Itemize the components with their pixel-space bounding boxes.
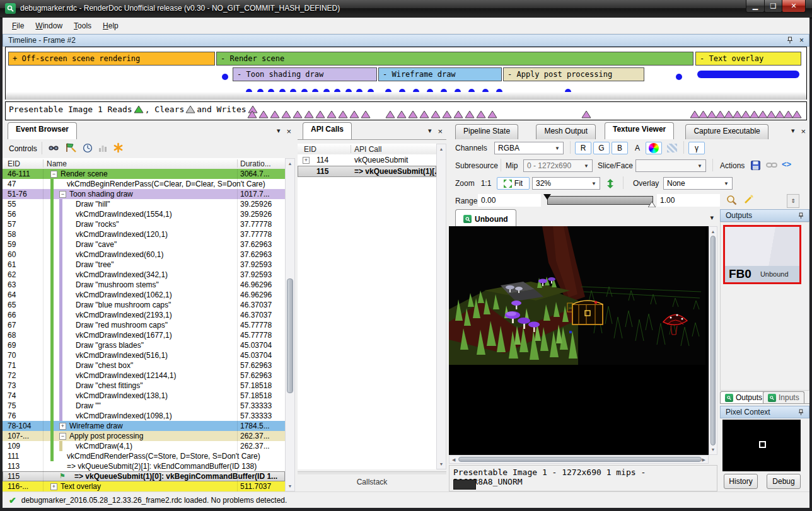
- custom-action-icon[interactable]: [113, 142, 124, 153]
- colorwheel-toggle[interactable]: [646, 142, 662, 154]
- event-row[interactable]: 74vkCmdDrawIndexed(138,1)57.18518: [3, 391, 285, 401]
- event-browser-list[interactable]: 46-111−Render scene3064.7...47vkCmdBegin…: [3, 169, 285, 491]
- event-row[interactable]: 58vkCmdDrawIndexed(120,1)37.77778: [3, 229, 285, 239]
- channels-select[interactable]: RGBA▼: [494, 142, 564, 154]
- event-row[interactable]: 72vkCmdDrawIndexed(12144,1)57.62963: [3, 370, 285, 381]
- outputs-dock-header[interactable]: Outputs: [720, 209, 809, 222]
- event-row[interactable]: 57Draw "rocks"37.77778: [3, 219, 285, 229]
- time-draws-icon[interactable]: [83, 143, 93, 153]
- event-browser-column-header[interactable]: EID Name Duratio...: [3, 158, 285, 169]
- menu-item-window[interactable]: Window: [30, 19, 68, 33]
- chevron-down-icon[interactable]: ▾: [791, 127, 795, 136]
- output-fb0-thumbnail[interactable]: FB0 Unbound: [723, 225, 801, 284]
- range-black-point-handle[interactable]: [543, 194, 551, 200]
- title-bar[interactable]: debugmarker.rdc - RenderDoc Unofficial r…: [0, 0, 812, 18]
- api-calls-column-header[interactable]: EID API Call: [298, 144, 436, 155]
- timeline-marker-bar[interactable]: - Text overlay: [695, 52, 801, 66]
- chevron-down-icon[interactable]: ▾: [428, 127, 432, 136]
- jump-bookmark-icon[interactable]: [66, 142, 77, 153]
- slice-face-select[interactable]: ▼: [635, 159, 706, 172]
- menu-item-help[interactable]: Help: [97, 19, 124, 33]
- pixel-context-header[interactable]: Pixel Context: [720, 406, 809, 418]
- pixel-context-view[interactable]: [722, 420, 801, 471]
- channel-b-toggle[interactable]: B: [612, 142, 628, 154]
- event-row[interactable]: 47vkCmdBeginRenderPass(C=Clear, D=Clear,…: [3, 179, 285, 189]
- chevron-down-icon[interactable]: ▾: [277, 127, 281, 136]
- gamma-toggle[interactable]: γ: [688, 142, 705, 154]
- collapse-expander-icon[interactable]: −: [50, 171, 57, 178]
- event-row[interactable]: 67Draw "red mushroom caps"45.77778: [3, 320, 285, 330]
- menu-item-file[interactable]: File: [6, 19, 30, 33]
- callstack-splitter[interactable]: [298, 471, 446, 474]
- api-call-row[interactable]: 115=> vkQueueSubmit(1)[...: [298, 166, 436, 177]
- close-icon[interactable]: ×: [286, 127, 291, 136]
- debug-button[interactable]: Debug: [767, 474, 801, 489]
- channel-r-toggle[interactable]: R: [575, 142, 591, 154]
- zoom-1to1-button[interactable]: 1:1: [478, 177, 494, 190]
- expand-expander-icon[interactable]: +: [59, 423, 66, 430]
- text-overlay-draws-bar[interactable]: [697, 71, 799, 78]
- event-row[interactable]: 66vkCmdDrawIndexed(2193,1)46.37037: [3, 310, 285, 320]
- tab-inputs[interactable]: Inputs: [763, 391, 804, 403]
- timeline-close-icon[interactable]: ×: [799, 36, 804, 45]
- event-row[interactable]: 46-111−Render scene3064.7...: [3, 169, 285, 179]
- write-triangle-cluster[interactable]: [581, 110, 603, 118]
- texture-viewport[interactable]: [449, 226, 709, 455]
- event-row[interactable]: 51-76−Toon shading draw1017.7...: [3, 189, 285, 199]
- event-row[interactable]: 61Draw "tree"37.92593: [3, 260, 285, 270]
- timeline-marker-bar[interactable]: + Off-screen scene rendering: [8, 52, 215, 66]
- event-row[interactable]: 107-...−Apply post processing262.37...: [3, 431, 285, 441]
- maximize-button[interactable]: ❑: [764, 0, 782, 13]
- expand-expander-icon[interactable]: +: [303, 157, 310, 164]
- texture-vertical-scrollbar[interactable]: ▲▼: [709, 226, 717, 455]
- event-row[interactable]: 63Draw "mushroom stems"46.96296: [3, 280, 285, 290]
- flip-y-button[interactable]: [604, 177, 617, 190]
- event-row[interactable]: 111vkCmdEndRenderPass(C=Store, D=Store, …: [3, 451, 285, 461]
- tab-unbound-texture[interactable]: Unbound: [455, 209, 516, 226]
- event-row[interactable]: 78-104+Wireframe draw1784.5...: [3, 421, 285, 431]
- event-row[interactable]: 109vkCmdDraw(4,1)262.37...: [3, 441, 285, 451]
- chevron-down-icon[interactable]: ▾: [710, 214, 714, 222]
- history-button[interactable]: History: [724, 474, 758, 489]
- api-call-row[interactable]: +114vkQueueSubmit: [298, 154, 436, 166]
- zoom-percent-select[interactable]: 32%▼: [532, 177, 600, 190]
- range-min-input[interactable]: 0.00: [478, 194, 541, 207]
- timeline-marker-bar[interactable]: - Apply post processing: [503, 67, 644, 81]
- find-event-icon[interactable]: [48, 143, 59, 153]
- close-icon[interactable]: ×: [801, 127, 806, 136]
- event-row[interactable]: 64vkCmdDrawIndexed(1062,1)46.96296: [3, 290, 285, 300]
- texture-horizontal-scrollbar[interactable]: ◀ ▶: [449, 455, 709, 464]
- checker-background-toggle[interactable]: [664, 142, 680, 154]
- toolbar-overflow-button[interactable]: ⇕: [787, 194, 799, 208]
- event-row[interactable]: 55Draw "hill"39.25926: [3, 199, 285, 209]
- event-row[interactable]: 56vkCmdDrawIndexed(1554,1)39.25926: [3, 209, 285, 219]
- timeline-marker-bar[interactable]: - Render scene: [216, 52, 693, 66]
- event-row[interactable]: 62vkCmdDrawIndexed(342,1)37.92593: [3, 270, 285, 280]
- tab-texture-viewer[interactable]: Texture Viewer: [605, 122, 674, 139]
- event-row[interactable]: 68vkCmdDrawIndexed(1677,1)45.77778: [3, 330, 285, 340]
- tab-outputs[interactable]: Outputs: [720, 391, 767, 403]
- draw-event-dot[interactable]: [222, 74, 228, 80]
- event-row[interactable]: 116-...+Text overlay511.7037: [3, 481, 285, 491]
- draw-event-dot[interactable]: [676, 74, 682, 80]
- event-row[interactable]: 113=> vkQueueSubmit(2)[1]: vkEndCommandB…: [3, 461, 285, 471]
- close-icon[interactable]: ×: [438, 127, 443, 136]
- event-row[interactable]: 75Draw ""57.33333: [3, 401, 285, 411]
- collapse-expander-icon[interactable]: −: [59, 433, 66, 440]
- event-row[interactable]: 69Draw "grass blades"45.03704: [3, 340, 285, 350]
- event-browser-scrollbar[interactable]: ▲ ▼: [285, 158, 295, 491]
- write-triangle-cluster[interactable]: [385, 110, 509, 118]
- overlay-select[interactable]: None▼: [663, 177, 733, 190]
- close-button[interactable]: ✕: [782, 0, 806, 13]
- pin-icon[interactable]: [798, 409, 804, 416]
- timeline-marker-bar[interactable]: - Wireframe draw: [378, 67, 502, 81]
- timeline-marker-bar[interactable]: - Toon shading draw: [233, 67, 377, 81]
- event-row[interactable]: 73Draw "chest fittings"57.18518: [3, 381, 285, 391]
- event-row[interactable]: 65Draw "blue mushroom caps"46.37037: [3, 300, 285, 310]
- range-white-point-handle[interactable]: [648, 202, 656, 207]
- minimize-button[interactable]: ▁: [746, 0, 765, 13]
- channel-a-toggle[interactable]: A: [630, 142, 644, 154]
- range-slider[interactable]: [547, 196, 653, 205]
- save-texture-icon[interactable]: [750, 160, 761, 171]
- api-calls-scrollbar[interactable]: ▲ ▼: [436, 144, 446, 469]
